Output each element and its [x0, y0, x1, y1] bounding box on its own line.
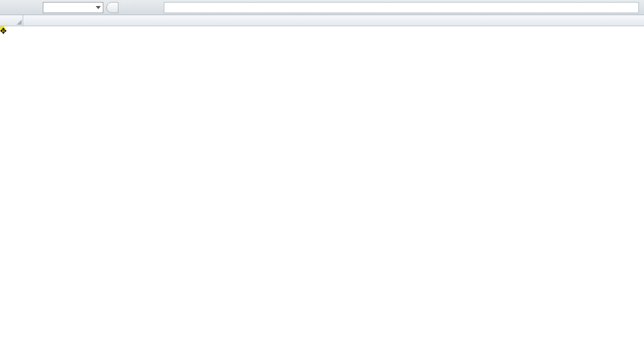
formula-bar-row: [0, 0, 644, 15]
column-headers: [0, 15, 644, 26]
fill-handle[interactable]: [0, 26, 3, 29]
chevron-down-icon[interactable]: [96, 6, 101, 9]
select-all-corner[interactable]: [0, 15, 23, 26]
highlight-annotation: [0, 26, 5, 31]
cancel-formula-button[interactable]: [106, 2, 118, 13]
name-box[interactable]: [43, 2, 103, 13]
fx-group: [106, 2, 644, 13]
formula-bar[interactable]: [164, 2, 639, 13]
active-cell-selection: [0, 26, 2, 28]
cursor-icon: ✥: [0, 26, 7, 36]
spreadsheet-grid[interactable]: ✥: [0, 15, 644, 26]
